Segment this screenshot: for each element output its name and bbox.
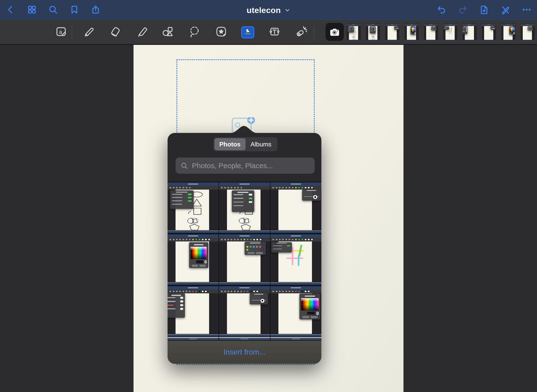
page-thumbnail-2[interactable] [366,23,380,41]
handwriting-icon: a [55,25,67,39]
search-icon [180,162,188,170]
photo-thumbnail-6[interactable] [270,234,321,285]
undo-icon [437,5,446,15]
highlighter-icon [136,25,148,39]
photo-thumbnail-4[interactable] [168,234,219,285]
page-title: utelecon [247,6,281,15]
photo-thumbnail-8[interactable] [219,285,270,337]
tool-eraser[interactable] [106,23,124,41]
elements-icon [215,25,227,39]
add-page-button[interactable] [477,3,491,17]
goodnotes-app: utelecon a [0,0,537,392]
text-icon [268,25,281,39]
camera-icon [329,27,340,37]
end-editing-icon [501,5,510,15]
undo-button[interactable] [435,3,448,17]
tool-pen[interactable] [80,23,97,41]
photo-thumbnail-3[interactable] [270,182,321,233]
pen-icon [82,25,95,39]
edit-toolbar: a [0,20,537,44]
page-thumbnail-9[interactable] [501,23,515,41]
tool-lasso[interactable] [186,23,203,41]
tab-photos[interactable]: Photos [214,138,246,150]
popover-arrow [230,126,258,133]
svg-text:a: a [59,29,62,35]
page-thumbnail-3[interactable] [385,23,399,41]
tool-handwriting[interactable]: a [52,23,70,41]
search-input[interactable] [191,161,310,170]
tool-laser-pointer[interactable] [293,23,310,41]
redo-button[interactable] [456,3,469,17]
tool-elements[interactable] [212,23,230,41]
page-thumbnail-strip [347,23,537,41]
page-thumbnail-8[interactable] [482,23,496,41]
toolbar-divider [72,26,72,39]
page-thumbnail-5[interactable] [424,23,438,41]
image-icon [243,28,253,37]
tool-image[interactable] [241,26,254,38]
tool-text[interactable] [266,23,283,41]
camera-button[interactable] [325,23,344,41]
chevron-down-icon [284,7,290,13]
photo-thumbnail-partial[interactable] [270,337,321,340]
page-thumbnail-6[interactable] [443,23,457,41]
tool-shapes[interactable] [159,23,176,41]
end-editing-button[interactable] [499,3,512,17]
photo-search-field[interactable] [176,158,315,174]
shapes-icon [161,25,174,39]
more-icon [522,5,531,15]
redo-icon [458,5,467,15]
page-thumbnail-1[interactable] [347,23,361,41]
nav-bar: utelecon [0,0,537,20]
photos-popover: Photos Albums Insert from... [168,133,321,364]
insert-from-button[interactable]: Insert from... [168,341,321,364]
add-page-icon [479,5,489,15]
more-button[interactable] [520,3,533,17]
laser-pointer-icon [295,25,308,39]
page-thumbnail-10[interactable] [521,23,535,41]
photo-thumbnail-2[interactable] [219,182,270,233]
photo-thumbnail-partial[interactable] [219,337,270,340]
tab-albums[interactable]: Albums [246,138,277,150]
photo-thumbnail-9[interactable] [270,285,321,337]
eraser-icon [109,25,121,39]
page-thumbnail-7[interactable] [463,23,477,41]
photo-thumbnail-5[interactable] [219,234,270,285]
photo-thumbnail-7[interactable] [168,285,219,337]
lasso-icon [188,25,201,39]
tool-highlighter[interactable] [134,23,151,41]
photo-thumbnail-1[interactable] [168,182,219,233]
photos-albums-segment: Photos Albums [213,137,277,151]
page-thumbnail-4[interactable] [405,23,419,41]
photo-thumbnail-partial[interactable] [168,337,219,340]
photo-grid [168,182,321,341]
toolbar-divider [314,26,314,39]
insert-from-label: Insert from... [224,348,266,357]
